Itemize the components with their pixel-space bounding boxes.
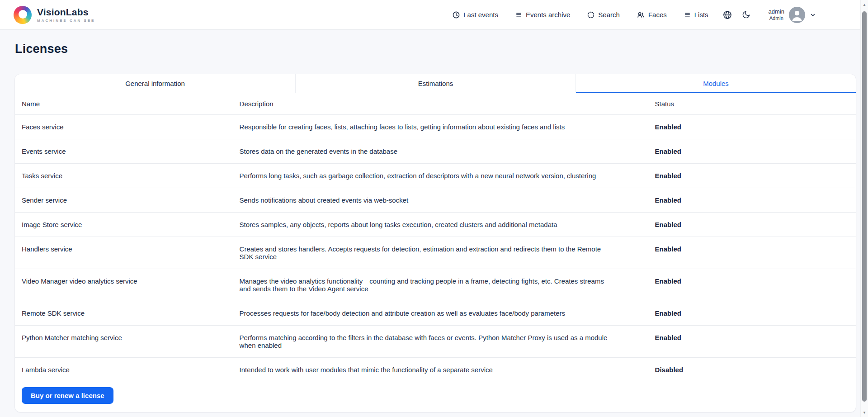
cell-name: Lambda service [15, 358, 240, 382]
table-row: Events service Stores data on the genera… [15, 139, 856, 164]
cell-description: Intended to work with user modules that … [240, 358, 648, 382]
nav-label: Faces [648, 11, 667, 19]
table-row: Faces service Responsible for creating f… [15, 115, 856, 139]
header-controls [723, 10, 750, 19]
cell-status: Enabled [648, 326, 856, 357]
nav-item-search[interactable]: Search [587, 11, 620, 19]
cell-description: Stores samples, any objects, reports abo… [240, 213, 648, 237]
column-header-status: Status [648, 93, 856, 114]
brand-logo[interactable]: VisionLabs MACHINES CAN SEE [14, 6, 95, 24]
cell-name: Remote SDK service [15, 301, 240, 325]
cell-name: Tasks service [15, 164, 240, 188]
cell-description: Sends notifications about created events… [240, 188, 648, 212]
visionlabs-logo-icon [14, 6, 32, 24]
user-menu[interactable]: admin Admin [769, 7, 816, 23]
cell-description: Performs matching according to the filte… [240, 326, 648, 357]
licenses-card: General information Estimations Modules … [15, 74, 856, 412]
table-row: Video Manager video analytics service Ma… [15, 269, 856, 301]
cell-name: Faces service [15, 115, 240, 139]
card-footer: Buy or renew a license [15, 382, 856, 412]
top-navigation: Last events Events archive Search Faces … [453, 7, 816, 23]
person-icon [789, 7, 805, 23]
table-header-row: Name Description Status [15, 93, 856, 115]
focus-icon [587, 11, 594, 19]
table-row: Handlers service Creates and stores hand… [15, 237, 856, 269]
nav-label: Events archive [526, 11, 570, 19]
language-globe-button[interactable] [723, 10, 732, 19]
moon-icon [742, 10, 750, 19]
cell-status: Enabled [648, 213, 856, 237]
nav-label: Search [598, 11, 620, 19]
cell-name: Python Matcher matching service [15, 326, 240, 357]
theme-toggle-button[interactable] [742, 10, 750, 19]
clock-icon [453, 11, 460, 19]
table-row: Sender service Sends notifications about… [15, 188, 856, 213]
brand-tagline: MACHINES CAN SEE [37, 19, 95, 23]
chevron-down-icon [810, 12, 816, 18]
tab-general-information[interactable]: General information [15, 74, 295, 93]
tab-modules[interactable]: Modules [576, 74, 856, 93]
user-role: Admin [769, 15, 783, 22]
app-header: VisionLabs MACHINES CAN SEE Last events … [0, 0, 868, 30]
scroll-up-icon[interactable]: ▲ [861, 1, 868, 8]
scroll-down-icon[interactable]: ▼ [861, 409, 868, 416]
globe-icon [723, 10, 732, 19]
cell-status: Enabled [648, 188, 856, 212]
tab-estimations[interactable]: Estimations [295, 74, 576, 93]
cell-description: Stores data on the generated events in t… [240, 139, 648, 163]
avatar [789, 7, 805, 23]
vertical-scrollbar[interactable]: ▲ ▼ [860, 0, 868, 417]
cell-name: Sender service [15, 188, 240, 212]
main-content: Licenses General information Estimations… [0, 42, 868, 412]
column-header-name: Name [15, 93, 240, 114]
table-row: Remote SDK service Processes requests fo… [15, 301, 856, 326]
table-row: Lambda service Intended to work with use… [15, 358, 856, 382]
column-header-description: Description [240, 93, 648, 114]
cell-description: Processes requests for face/body detecti… [240, 301, 648, 325]
cell-name: Handlers service [15, 237, 240, 269]
cell-description: Creates and stores handlers. Accepts req… [240, 237, 648, 269]
table-row: Tasks service Performs long tasks, such … [15, 164, 856, 188]
faces-icon [637, 11, 645, 19]
cell-name: Events service [15, 139, 240, 163]
cell-status: Enabled [648, 115, 856, 139]
nav-item-lists[interactable]: Lists [684, 11, 708, 19]
brand-name: VisionLabs [37, 7, 95, 18]
user-name: admin [769, 8, 784, 15]
list-icon [684, 11, 691, 18]
nav-item-events-archive[interactable]: Events archive [515, 11, 570, 19]
nav-item-last-events[interactable]: Last events [453, 11, 498, 19]
cell-status: Enabled [648, 301, 856, 325]
nav-item-faces[interactable]: Faces [637, 11, 667, 19]
nav-label: Last events [463, 11, 498, 19]
scrollbar-thumb[interactable] [862, 11, 867, 402]
tab-bar: General information Estimations Modules [15, 74, 856, 93]
table-row: Image Store service Stores samples, any … [15, 213, 856, 237]
cell-status: Enabled [648, 269, 856, 301]
buy-license-button[interactable]: Buy or renew a license [22, 387, 113, 404]
cell-description: Manages the video analytics functionalit… [240, 269, 648, 301]
cell-status: Enabled [648, 139, 856, 163]
cell-description: Responsible for creating faces, lists, a… [240, 115, 648, 139]
cell-status: Enabled [648, 237, 856, 269]
cell-description: Performs long tasks, such as garbage col… [240, 164, 648, 188]
nav-label: Lists [694, 11, 708, 19]
cell-status: Disabled [648, 358, 856, 382]
modules-table-body: Faces service Responsible for creating f… [15, 115, 856, 382]
table-row: Python Matcher matching service Performs… [15, 326, 856, 358]
cell-status: Enabled [648, 164, 856, 188]
page-title: Licenses [15, 42, 856, 56]
cell-name: Image Store service [15, 213, 240, 237]
list-icon [515, 11, 522, 18]
cell-name: Video Manager video analytics service [15, 269, 240, 301]
